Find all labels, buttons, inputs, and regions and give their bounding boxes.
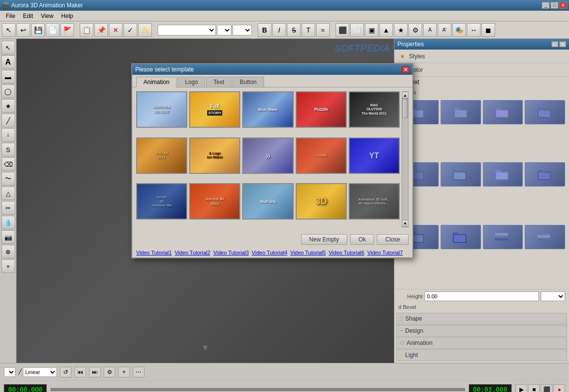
style-select[interactable] <box>217 25 231 35</box>
star-tool[interactable]: ★ <box>1 99 15 113</box>
toolbar-copy[interactable]: 📋 <box>80 23 93 37</box>
styles-row[interactable]: ★ Styles <box>394 50 569 63</box>
zoom-tool[interactable]: ⊕ <box>1 245 15 258</box>
template-foxstory[interactable]: FoXSTORY <box>189 91 240 128</box>
wave-tool[interactable]: 〜 <box>1 172 15 186</box>
toolbar-save-as[interactable]: 📄 <box>46 23 59 37</box>
shape-section[interactable]: □ Shape <box>396 313 567 324</box>
template-aurora3dtext[interactable]: AURORA3DTEXT <box>136 91 187 128</box>
design-section[interactable]: ~ Design <box>396 325 567 337</box>
tab-text[interactable]: Text <box>206 77 231 87</box>
template-yt[interactable]: YT <box>349 137 400 174</box>
eraser-tool[interactable]: ⌫ <box>1 157 15 171</box>
toolbar-paste[interactable]: 📌 <box>94 23 108 37</box>
scroll-thumb[interactable] <box>402 99 408 118</box>
dialog-close-title-btn[interactable]: ✕ <box>402 66 409 73</box>
timeline-prev-key[interactable]: ⏮ <box>74 367 86 377</box>
height-dropdown[interactable] <box>541 291 565 301</box>
loop-button[interactable]: ⬛ <box>541 384 552 392</box>
timeline-track-select[interactable] <box>4 367 16 377</box>
toolbar-red[interactable]: 🚩 <box>60 23 74 37</box>
text-align[interactable]: T <box>302 23 315 37</box>
eyedrop-tool[interactable]: 💧 <box>1 216 15 229</box>
template-icona[interactable]: i icona <box>296 137 347 174</box>
tutorial-7[interactable]: Video Tutorial7 <box>367 250 403 256</box>
color-row[interactable]: ◉ Color <box>394 63 569 77</box>
minimize-button[interactable]: _ <box>542 2 550 9</box>
gear-btn[interactable]: ⚙ <box>409 23 422 37</box>
templates-scrollbar[interactable]: ▲ ▼ <box>402 91 409 227</box>
template-silver[interactable]: » <box>242 137 293 174</box>
template-oscar[interactable]: OSCAR2011 <box>136 137 187 174</box>
menu-view[interactable]: View <box>37 12 57 20</box>
profile-item[interactable] <box>483 100 523 124</box>
profile-item[interactable] <box>441 162 481 187</box>
scroll-up-btn[interactable]: ▲ <box>402 92 409 99</box>
crop-tool[interactable]: ✂ <box>1 201 15 215</box>
size-select[interactable] <box>232 25 252 35</box>
profile-item[interactable] <box>525 100 565 124</box>
tab-animation[interactable]: Animation <box>136 77 177 87</box>
record-button[interactable]: ● <box>553 384 565 392</box>
effects[interactable]: 🎭 <box>452 23 466 37</box>
close-button[interactable]: ✕ <box>559 2 567 9</box>
3d-sphere[interactable]: ⬜ <box>350 23 364 37</box>
select-tool[interactable]: ↖ <box>1 41 15 54</box>
template-puzzle[interactable]: Puzzle <box>296 91 347 128</box>
toolbar-check[interactable]: ✓ <box>124 23 137 37</box>
tab-logo[interactable]: Logo <box>178 77 205 87</box>
profile-item[interactable] <box>525 162 565 187</box>
tutorial-2[interactable]: Video Tutorial2 <box>175 250 210 256</box>
properties-close[interactable]: ✕ <box>559 41 566 47</box>
ease-type-select[interactable]: Linear <box>23 367 57 377</box>
timeline-options[interactable]: ⋯ <box>133 367 144 377</box>
tutorial-1[interactable]: Video Tutorial1 <box>136 250 172 256</box>
close-button[interactable]: Close <box>377 234 409 245</box>
tutorial-6[interactable]: Video Tutorial6 <box>329 250 364 256</box>
template-forum[interactable]: forum3Dnimation Ma <box>136 183 187 220</box>
tutorial-4[interactable]: Video Tutorial4 <box>252 250 287 256</box>
light-section[interactable]: ○ Light <box>396 349 567 361</box>
maximize-button[interactable]: □ <box>551 2 558 9</box>
ellipse-tool[interactable]: ◯ <box>1 85 15 98</box>
profile-item[interactable] <box>483 162 523 187</box>
script-tool[interactable]: S <box>1 143 15 156</box>
template-text-info[interactable]: Animation 3D soft...3D object effects... <box>349 183 400 220</box>
template-aurora2[interactable]: Aurora 3D2011 <box>189 183 240 220</box>
toolbar-cancel[interactable]: ✕ <box>109 23 123 37</box>
height-input[interactable] <box>425 291 539 301</box>
template-bluewave[interactable]: Blue Wave <box>242 91 293 128</box>
text-shadow[interactable]: A' <box>438 23 451 37</box>
strikethrough-button[interactable]: S̶ <box>287 23 301 37</box>
play-button[interactable]: ▶ <box>516 384 527 392</box>
3d-star[interactable]: ★ <box>394 23 408 37</box>
3d-box[interactable]: ⬛ <box>336 23 349 37</box>
template-aurora3[interactable]: NuFora <box>242 183 293 220</box>
timeline-gear[interactable]: ⚙ <box>104 367 115 377</box>
menu-help[interactable]: Help <box>57 12 77 20</box>
line-tool[interactable]: ╱ <box>1 114 15 127</box>
render-btn[interactable]: ◼ <box>481 23 495 37</box>
toolbar-undo[interactable]: ↩ <box>17 23 30 37</box>
timeline-next-key[interactable]: ⏭ <box>89 367 101 377</box>
camera-tool[interactable]: 📷 <box>1 230 15 244</box>
text-3d[interactable]: A <box>423 23 437 37</box>
text-tool[interactable]: A <box>1 55 15 69</box>
triangle-tool[interactable]: △ <box>1 187 15 200</box>
profile-item[interactable] <box>441 225 481 249</box>
stop-button[interactable]: ■ <box>528 384 540 392</box>
template-ragolution[interactable]: RAGOLUTIONThe World 2011 <box>349 91 400 128</box>
timeline-refresh[interactable]: ↺ <box>60 367 71 377</box>
profile-item[interactable] <box>525 225 565 249</box>
new-empty-button[interactable]: New Empty <box>301 234 347 245</box>
template-logo[interactable]: & Logoion Maker <box>189 137 240 174</box>
menu-edit[interactable]: Edit <box>19 12 37 20</box>
bold-button[interactable]: B <box>258 23 271 37</box>
rect-tool[interactable]: ▬ <box>1 70 15 84</box>
profile-item[interactable] <box>483 225 523 249</box>
properties-maximize[interactable]: □ <box>551 41 558 47</box>
tab-button[interactable]: Button <box>232 77 264 87</box>
tutorial-3[interactable]: Video Tutorial3 <box>213 250 249 256</box>
animation-section[interactable]: ⊙ Animation <box>396 337 567 349</box>
timeline-btn[interactable]: ↔ <box>467 23 480 37</box>
